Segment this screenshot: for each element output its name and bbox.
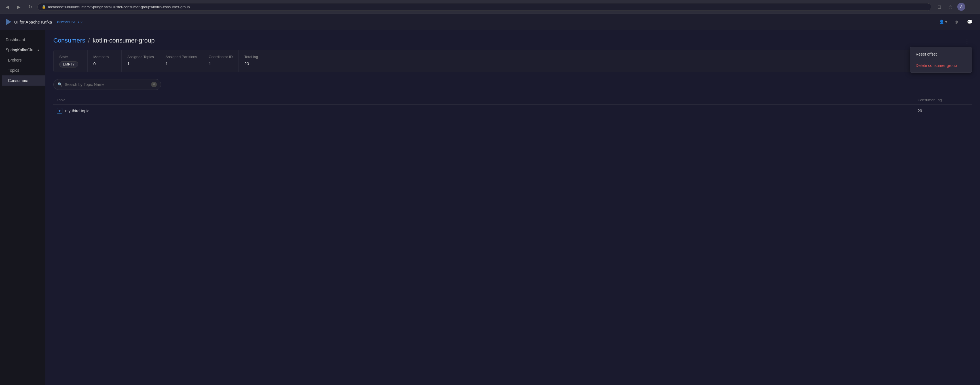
context-menu: Reset offset Delete consumer group [910,47,972,73]
avatar[interactable]: A [957,3,965,11]
github-icon[interactable]: ⊕ [951,17,961,26]
chevron-down-icon: ▾ [945,19,947,24]
table-header: Topic Consumer Lag [53,95,972,105]
forward-button[interactable]: ▶ [15,3,23,11]
state-label: State [59,55,82,59]
refresh-button[interactable]: ↻ [26,3,34,11]
search-input[interactable] [65,82,149,87]
dashboard-label: Dashboard [6,37,25,42]
breadcrumb-separator: / [88,37,90,44]
app-title: UI for Apache Kafka [14,19,52,24]
consumers-label: Consumers [8,78,29,83]
app-version: 83b5a60 v0.7.2 [57,20,83,24]
state-badge: EMPTY [59,61,78,67]
header-right: 👤 ▾ ⊕ 💬 [939,17,974,26]
assigned-partitions-value: 1 [165,61,197,66]
bookmark-icon[interactable]: ☆ [946,2,955,11]
brokers-label: Brokers [8,58,22,62]
sidebar-item-consumers[interactable]: Consumers [2,75,45,86]
sidebar-sub: Brokers Topics Consumers [0,55,45,86]
stat-assigned-partitions: Assigned Partitions 1 [160,50,203,72]
lag-value: 20 [918,108,969,113]
logo-icon [6,18,11,25]
url-text: localhost:8080/ui/clusters/SpringKafkaCl… [48,5,190,9]
layout: Dashboard SpringKafkaClu... ▲ Brokers To… [0,30,980,385]
search-icon: 🔍 [57,82,62,87]
search-container: 🔍 ✕ [53,79,972,90]
members-value: 0 [93,61,116,66]
browser-chrome: ◀ ▶ ↻ 🔒 localhost:8080/ui/clusters/Sprin… [0,0,980,14]
reset-offset-menu-item[interactable]: Reset offset [910,48,972,60]
stat-coordinator-id: Coordinator ID 1 [203,50,239,72]
sidebar-item-dashboard[interactable]: Dashboard [0,35,45,45]
app-logo: UI for Apache Kafka 83b5a60 v0.7.2 [6,18,83,25]
app-header: UI for Apache Kafka 83b5a60 v0.7.2 👤 ▾ ⊕… [0,14,980,30]
stats-row: State EMPTY Members 0 Assigned Topics 1 … [53,50,972,72]
expand-button[interactable]: + [57,108,62,114]
sidebar-item-brokers[interactable]: Brokers [2,55,45,65]
search-clear-button[interactable]: ✕ [151,82,157,88]
stat-assigned-topics: Assigned Topics 1 [122,50,160,72]
address-bar[interactable]: 🔒 localhost:8080/ui/clusters/SpringKafka… [37,3,931,11]
coordinator-id-label: Coordinator ID [209,55,233,59]
total-lag-label: Total lag [245,55,267,59]
search-input-wrap: 🔍 ✕ [53,79,161,90]
coordinator-id-value: 1 [209,61,233,66]
total-lag-value: 20 [245,61,267,66]
browser-actions: ⊡ ☆ A ⋮ [935,2,977,11]
more-browser-icon[interactable]: ⋮ [967,2,977,11]
topic-name: my-third-topic [65,108,89,113]
table-row[interactable]: + my-third-topic 20 [53,105,972,118]
translate-icon[interactable]: ⊡ [935,2,944,11]
user-menu[interactable]: 👤 ▾ [939,19,947,24]
stat-total-lag: Total lag 20 [239,50,273,72]
assigned-partitions-label: Assigned Partitions [165,55,197,59]
more-options-button[interactable]: ⋮ [962,37,972,46]
main-content: Consumers / kotlin-consumer-group ⋮ Stat… [45,30,980,385]
back-button[interactable]: ◀ [3,3,11,11]
members-label: Members [93,55,116,59]
sidebar-cluster[interactable]: SpringKafkaClu... ▲ [0,45,45,55]
stat-members: Members 0 [88,50,122,72]
state-value: EMPTY [59,61,82,67]
user-icon: 👤 [939,19,944,24]
topics-label: Topics [8,68,19,73]
topic-cell: + my-third-topic [57,108,918,114]
page-header: Consumers / kotlin-consumer-group ⋮ [53,37,972,50]
stat-state: State EMPTY [54,50,88,72]
col-topic-header: Topic [57,98,918,102]
topics-table: Topic Consumer Lag + my-third-topic 20 [53,95,972,118]
assigned-topics-value: 1 [127,61,154,66]
lock-icon: 🔒 [42,5,46,9]
sidebar-item-topics[interactable]: Topics [2,65,45,75]
breadcrumb: Consumers / kotlin-consumer-group [53,37,154,44]
discord-icon[interactable]: 💬 [965,17,974,26]
cluster-name: SpringKafkaClu... [6,48,37,52]
breadcrumb-current: kotlin-consumer-group [93,37,155,44]
delete-consumer-group-menu-item[interactable]: Delete consumer group [910,60,972,71]
breadcrumb-parent-link[interactable]: Consumers [53,37,85,44]
assigned-topics-label: Assigned Topics [127,55,154,59]
cluster-chevron-icon: ▲ [37,48,40,52]
sidebar: Dashboard SpringKafkaClu... ▲ Brokers To… [0,30,45,385]
col-lag-header: Consumer Lag [918,98,969,102]
